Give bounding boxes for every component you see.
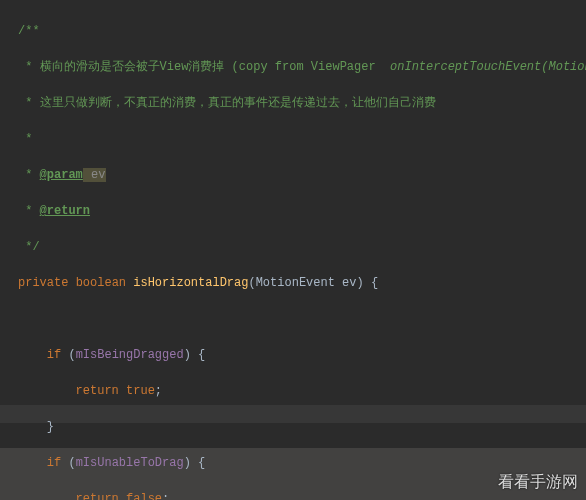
method-name: isHorizontalDrag xyxy=(133,276,248,290)
comment-line: * 这里只做判断，不真正的消费，真正的事件还是传递过去，让他们自己消费 xyxy=(18,96,436,110)
keyword: if xyxy=(47,348,61,362)
field: mIsBeingDragged xyxy=(76,348,184,362)
keyword: private xyxy=(18,276,68,290)
watermark-text: 看看手游网 xyxy=(498,470,578,494)
comment-line: /** xyxy=(18,24,40,38)
code-block: /** * 横向的滑动是否会被子View消费掉 (copy from ViewP… xyxy=(0,0,586,500)
javadoc-param-tag: @param xyxy=(40,168,83,182)
keyword: return xyxy=(76,492,119,500)
comment-line: * 横向的滑动是否会被子View消费掉 (copy from ViewPager xyxy=(18,60,390,74)
comment-line: * xyxy=(18,132,32,146)
brace: } xyxy=(47,420,54,434)
keyword: boolean xyxy=(76,276,126,290)
comment-line: */ xyxy=(18,240,40,254)
code-text: (MotionEvent ev) { xyxy=(248,276,378,290)
comment-ref: onInterceptTouchEvent(MotionEvent ev) xyxy=(390,60,586,74)
javadoc-param-name: ev xyxy=(83,168,107,182)
keyword: false xyxy=(126,492,162,500)
keyword: true xyxy=(126,384,155,398)
keyword: return xyxy=(76,384,119,398)
javadoc-return-tag: @return xyxy=(40,204,90,218)
field: mIsUnableToDrag xyxy=(76,456,184,470)
keyword: if xyxy=(47,456,61,470)
